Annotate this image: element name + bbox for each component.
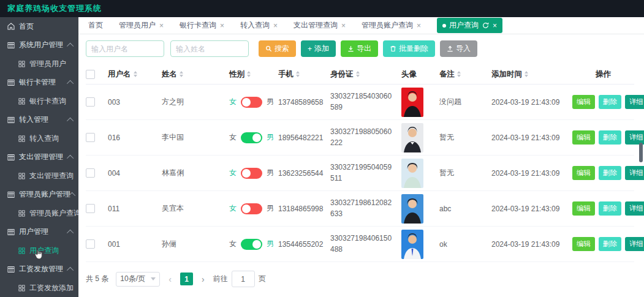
sidebar-item-admin-account-query[interactable]: 管理员账户查询 — [0, 204, 78, 223]
username-input[interactable] — [86, 40, 164, 57]
prev-page-button[interactable]: ‹ — [167, 274, 173, 284]
sort-icon[interactable] — [525, 71, 528, 77]
detail-button[interactable]: 详细 — [625, 95, 644, 109]
next-page-button[interactable]: › — [200, 274, 206, 284]
gender-toggle[interactable] — [241, 97, 262, 108]
sidebar-item-salary-add[interactable]: 工资发放添加 — [0, 279, 78, 297]
tab-admin-user[interactable]: 管理员用户 × — [119, 20, 164, 31]
sort-icon[interactable] — [296, 71, 300, 77]
chevron-up-icon — [67, 118, 74, 124]
row-checkbox[interactable] — [86, 239, 95, 249]
close-icon[interactable]: × — [493, 22, 497, 29]
row-checkbox[interactable] — [86, 168, 95, 178]
created-cell: 2024-03-19 21:43:09 — [491, 169, 572, 178]
tab-bankcard-query[interactable]: 银行卡查询 × — [180, 20, 224, 31]
sidebar-item-transfer-in-query[interactable]: 转入查询 — [0, 129, 78, 148]
row-checkbox[interactable] — [86, 204, 95, 213]
sort-icon[interactable] — [134, 71, 137, 77]
row-checkbox[interactable] — [86, 97, 95, 107]
edit-button[interactable]: 编辑 — [572, 201, 595, 216]
close-icon[interactable]: × — [273, 22, 278, 29]
table-row: 011 吴宜本 女 男 13184865998 3303271986120826… — [86, 191, 634, 227]
detail-button[interactable]: 详细 — [625, 201, 644, 216]
delete-button[interactable]: 删除 — [599, 130, 621, 145]
sort-icon[interactable] — [457, 71, 461, 77]
select-all-checkbox[interactable] — [86, 70, 95, 79]
page-number[interactable]: 1 — [180, 273, 193, 285]
batch-delete-button[interactable]: 批量删除 — [383, 40, 435, 57]
gender-toggle[interactable] — [241, 239, 262, 250]
tab-user-query[interactable]: 用户查询 × — [437, 18, 502, 33]
edit-button[interactable]: 编辑 — [572, 237, 595, 251]
detail-button[interactable]: 详细 — [625, 166, 644, 180]
gender-male-label: 男 — [267, 168, 274, 178]
delete-button[interactable]: 删除 — [599, 237, 621, 251]
sidebar-item-user-mgmt[interactable]: 用户管理 — [0, 223, 78, 242]
edit-button[interactable]: 编辑 — [572, 166, 595, 180]
detail-button[interactable]: 详细 — [625, 237, 644, 251]
sidebar-item-transfer-in-mgmt[interactable]: 转入管理 — [0, 111, 78, 130]
delete-button[interactable]: 删除 — [599, 95, 621, 109]
phone-cell: 13184865998 — [278, 205, 330, 213]
delete-button[interactable]: 删除 — [599, 166, 621, 180]
name-cell: 李中国 — [162, 132, 229, 143]
sidebar-item-label: 工资发放添加 — [29, 283, 74, 293]
edit-button[interactable]: 编辑 — [572, 95, 595, 109]
toolbar: 搜索 + 添加 导出 批量删除 导入 — [86, 40, 644, 57]
page-size-select[interactable]: 10条/页 — [116, 272, 160, 287]
add-button[interactable]: + 添加 — [301, 40, 336, 57]
sidebar-item-system-user-mgmt[interactable]: 系统用户管理 — [0, 36, 78, 55]
sidebar-item-admin-account-mgmt[interactable]: 管理员账户管理 — [0, 186, 78, 205]
export-button[interactable]: 导出 — [341, 40, 378, 57]
close-icon[interactable]: × — [220, 22, 224, 29]
tab-label: 管理员账户查询 — [362, 20, 413, 31]
sort-icon[interactable] — [356, 71, 360, 77]
sidebar-item-expense-mgmt[interactable]: 支出管理管理 — [0, 148, 78, 167]
squares-icon — [18, 247, 25, 254]
close-icon[interactable]: × — [341, 22, 346, 29]
sidebar-item-user-query[interactable]: 用户查询 — [0, 241, 78, 260]
gender-female-label: 女 — [229, 203, 237, 214]
chevron-up-icon — [67, 43, 74, 50]
table-row: 004 林嘉俐 女 男 13623256544 3303271995040595… — [86, 156, 634, 191]
column-header: 操作 — [596, 69, 611, 80]
tab-admin-account-query[interactable]: 管理员账户查询 × — [362, 20, 421, 31]
tab-expense-query[interactable]: 支出管理查询 × — [294, 20, 346, 31]
search-icon — [265, 45, 272, 52]
import-button[interactable]: 导入 — [440, 40, 477, 57]
sort-icon[interactable] — [247, 71, 251, 77]
sidebar-item-salary-mgmt[interactable]: 工资发放管理 — [0, 260, 78, 279]
sidebar-item-bankcard-query[interactable]: 银行卡查询 — [0, 92, 78, 111]
squares-icon — [18, 210, 25, 217]
row-checkbox[interactable] — [86, 133, 95, 142]
page-jump: 前往 页 — [213, 271, 266, 287]
gender-cell: 女 男 — [229, 97, 278, 108]
name-input[interactable] — [170, 40, 249, 57]
import-icon — [447, 45, 453, 52]
delete-button[interactable]: 删除 — [599, 201, 621, 216]
gender-cell: 女 男 — [229, 203, 278, 214]
sidebar-item-admin-user[interactable]: 管理员用户 — [0, 55, 78, 73]
page-jump-input[interactable] — [232, 271, 255, 287]
grid-icon — [7, 42, 15, 49]
tab-label: 首页 — [88, 20, 103, 31]
gender-toggle[interactable] — [241, 132, 262, 143]
sort-icon[interactable] — [180, 71, 183, 77]
sidebar-item-bankcard-mgmt[interactable]: 银行卡管理 — [0, 73, 78, 92]
refresh-icon[interactable] — [482, 22, 489, 29]
top-bar: 家庭养鸡场收支管理系统 — [0, 0, 644, 17]
gender-toggle[interactable] — [241, 203, 262, 214]
edit-button[interactable]: 编辑 — [572, 130, 595, 145]
search-button[interactable]: 搜索 — [259, 40, 296, 57]
scrollbar-thumb[interactable] — [639, 143, 643, 162]
close-icon[interactable]: × — [159, 22, 164, 29]
sidebar-item-expense-query[interactable]: 支出管理查询 — [0, 167, 78, 186]
sidebar-item-home[interactable]: 首页 — [0, 17, 78, 36]
table-row: 016 李中国 女 男 18956482221 3303271988050602… — [86, 120, 634, 156]
tab-home[interactable]: 首页 — [88, 20, 103, 31]
avatar — [401, 194, 423, 224]
sidebar-item-label: 系统用户管理 — [19, 40, 63, 50]
gender-toggle[interactable] — [241, 168, 262, 179]
close-icon[interactable]: × — [417, 22, 421, 29]
tab-transfer-in-query[interactable]: 转入查询 × — [240, 20, 278, 31]
